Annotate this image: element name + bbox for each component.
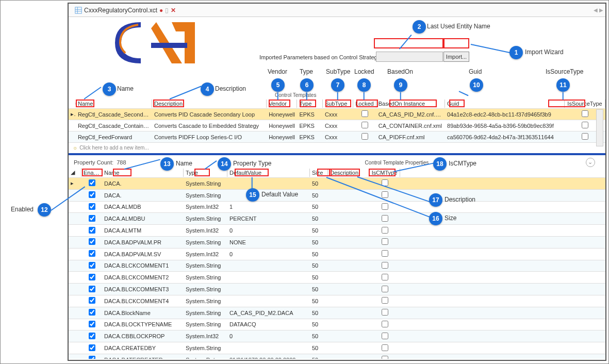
enabled-checkbox[interactable] xyxy=(89,309,95,316)
cm-checkbox[interactable] xyxy=(382,286,388,292)
cm-checkbox[interactable] xyxy=(382,297,388,304)
cm-checkbox[interactable] xyxy=(382,321,388,327)
cm-checkbox[interactable] xyxy=(382,274,388,280)
cell-size: 50 xyxy=(310,203,328,211)
enabled-checkbox[interactable] xyxy=(89,215,95,222)
table-row[interactable]: DACA.CREATEDBYSystem.String50 xyxy=(69,342,605,354)
enabled-checkbox[interactable] xyxy=(89,344,95,351)
enabled-checkbox[interactable] xyxy=(89,333,95,339)
col-size[interactable]: Size xyxy=(310,169,328,177)
cell-prop-type: System.Int32 xyxy=(184,203,227,211)
cm-checkbox[interactable] xyxy=(382,309,388,316)
table-row[interactable]: RegCtl_FeedForwardConverts PIDFF Loop Se… xyxy=(69,131,605,143)
tab-pin-icon[interactable]: ● xyxy=(159,7,163,14)
callout-4-label: Description xyxy=(215,85,246,92)
cm-checkbox[interactable] xyxy=(382,238,388,245)
locked-checkbox[interactable] xyxy=(361,122,368,128)
table-row[interactable]: DACA.BLCKCOMMENT2System.String50 xyxy=(69,272,605,284)
issrc-checkbox[interactable] xyxy=(582,110,588,117)
col-name[interactable]: Name xyxy=(76,100,152,108)
cm-checkbox[interactable] xyxy=(382,215,388,222)
callout-9-label: BasedOn xyxy=(387,68,413,75)
cm-checkbox[interactable] xyxy=(382,356,388,359)
callout-17: 17 xyxy=(429,193,442,207)
table-row[interactable]: DACA.BlockNameSystem.StringCA_CAS_PID_M2… xyxy=(69,307,605,319)
new-item-row[interactable]: ☼Click here to add a new item... xyxy=(69,143,605,153)
issrc-checkbox[interactable] xyxy=(582,122,588,128)
col-iscmtype[interactable]: IsCMType xyxy=(369,169,400,177)
cell-default xyxy=(227,264,310,267)
enabled-checkbox[interactable] xyxy=(89,297,95,304)
cm-checkbox[interactable] xyxy=(382,344,388,351)
table-row[interactable]: DACA.BADPVALM.PRSystem.StringNONE50 xyxy=(69,237,605,249)
tab-file[interactable]: CxxxRegulatoryControl.xct ● ▯ ✕ xyxy=(71,5,180,16)
cm-checkbox[interactable] xyxy=(382,250,388,257)
col-basedon[interactable]: BasedOn Instance xyxy=(376,100,445,108)
enabled-checkbox[interactable] xyxy=(89,179,95,186)
table-row[interactable]: DACA.BLOCKTYPENAMESystem.StringDATAACQ50 xyxy=(69,319,605,331)
table-row[interactable]: DACA.BLCKCOMMENT4System.String50 xyxy=(69,295,605,307)
enabled-checkbox[interactable] xyxy=(89,274,95,280)
close-icon[interactable]: ✕ xyxy=(171,7,176,14)
cell-prop-type: System.String xyxy=(184,297,227,305)
cell-size: 50 xyxy=(310,297,328,305)
col-description[interactable]: Description xyxy=(152,100,267,108)
enabled-checkbox[interactable] xyxy=(89,191,95,198)
enabled-checkbox[interactable] xyxy=(89,227,95,234)
row-selector-col[interactable]: ◢ xyxy=(69,168,81,177)
scrollbar[interactable] xyxy=(596,109,603,146)
callout-12: 12 xyxy=(38,203,51,217)
locked-checkbox[interactable] xyxy=(361,133,368,140)
cell-size: 50 xyxy=(310,285,328,293)
table-row[interactable]: DACA.ALMDBUSystem.StringPERCENT50 xyxy=(69,213,605,225)
col-issourcetype[interactable]: IsSourceType xyxy=(565,100,605,108)
col-type[interactable]: Type xyxy=(297,100,322,108)
table-row[interactable]: DACA.CBBLOCKPROPSystem.Int32050 xyxy=(69,330,605,342)
callout-7: 7 xyxy=(331,78,344,92)
cm-checkbox[interactable] xyxy=(382,227,388,234)
cell-guid: ca560706-9d62-4da2-b47a-3f1363511644 xyxy=(445,133,565,141)
cm-checkbox[interactable] xyxy=(382,203,388,210)
locked-checkbox[interactable] xyxy=(361,110,368,117)
table-row[interactable]: DACA.ALMDBSystem.Int32150 xyxy=(69,202,605,213)
table-row[interactable]: DACA.BADPVALM.SVSystem.Int32050 xyxy=(69,249,605,260)
enabled-checkbox[interactable] xyxy=(89,238,95,245)
cell-default: 0 xyxy=(227,226,310,235)
cell-size: 50 xyxy=(310,273,328,282)
import-button[interactable]: Import... xyxy=(443,52,469,62)
col-locked[interactable]: Locked xyxy=(353,100,376,108)
enabled-checkbox[interactable] xyxy=(89,250,95,257)
col-prop-desc[interactable]: Description xyxy=(328,169,369,177)
table-row[interactable]: DACA.ALMTMSystem.Int32050 xyxy=(69,225,605,237)
table-row[interactable]: DACA.System.String50 xyxy=(69,190,605,202)
enabled-checkbox[interactable] xyxy=(89,321,95,327)
table-row[interactable]: ▸RegCtl_Cascade_SecondaryConverts PID Ca… xyxy=(69,109,605,120)
enabled-checkbox[interactable] xyxy=(89,203,95,210)
col-guid[interactable]: Guid xyxy=(445,100,565,108)
table-row[interactable]: DACA.BLCKCOMMENT1System.String50 xyxy=(69,260,605,272)
nav-arrows[interactable]: ◀ ▶ xyxy=(594,7,603,13)
table-row[interactable]: DACA.BLCKCOMMENT3System.String50 xyxy=(69,284,605,295)
cm-checkbox[interactable] xyxy=(382,179,388,186)
svg-rect-4 xyxy=(151,43,187,48)
table-row[interactable]: ▸DACA.System.String50 xyxy=(69,178,605,190)
callout-4: 4 xyxy=(201,82,214,96)
cm-checkbox[interactable] xyxy=(382,191,388,198)
table-row[interactable]: DACA.DATECREATEDSystem.DateTime01/01/197… xyxy=(69,354,605,359)
col-prop-name[interactable]: Name xyxy=(102,169,184,177)
enabled-checkbox[interactable] xyxy=(89,356,95,359)
cm-checkbox[interactable] xyxy=(382,333,388,339)
col-default[interactable]: DefaultValue xyxy=(227,169,310,177)
expand-button[interactable]: ⌄ xyxy=(586,158,595,167)
issrc-checkbox[interactable] xyxy=(582,133,588,140)
enabled-checkbox[interactable] xyxy=(89,262,95,269)
enabled-checkbox[interactable] xyxy=(89,286,95,292)
cell-basedon: CA_PIDFF.cnf.xml xyxy=(376,133,445,141)
col-subtype[interactable]: SubType xyxy=(323,100,353,108)
col-enabled[interactable]: Enabled xyxy=(81,169,102,177)
table-row[interactable]: RegCtl_Cascade_Container_CMConverts Casc… xyxy=(69,120,605,131)
cell-prop-desc xyxy=(328,335,369,337)
entity-name-field[interactable] xyxy=(376,52,443,62)
col-vendor[interactable]: Vendor xyxy=(267,100,297,108)
cm-checkbox[interactable] xyxy=(382,262,388,269)
